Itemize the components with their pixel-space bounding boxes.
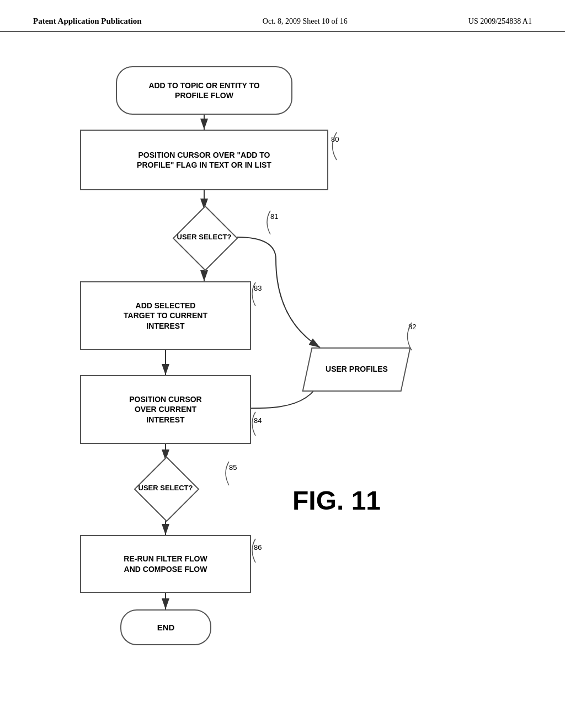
parallelogram-82-text: USER PROFILES	[326, 364, 388, 375]
ref-85: 85	[229, 463, 237, 472]
end-box: END	[120, 609, 211, 645]
end-box-text: END	[157, 622, 175, 633]
page-header: Patent Application Publication Oct. 8, 2…	[0, 0, 565, 32]
parallelogram-82: USER PROFILES	[302, 347, 411, 392]
ref-81: 81	[270, 212, 278, 221]
ref-84: 84	[254, 416, 262, 425]
box-80: POSITION CURSOR OVER "ADD TO PROFILE" FL…	[80, 130, 328, 190]
box-84-text: POSITION CURSOR OVER CURRENT INTEREST	[129, 394, 201, 425]
ref-80: 80	[331, 135, 339, 143]
diamond-81: USER SELECT?	[149, 210, 259, 265]
diamond-85: USER SELECT?	[110, 461, 221, 516]
box-84: POSITION CURSOR OVER CURRENT INTEREST	[80, 375, 251, 444]
patent-number: US 2009/254838 A1	[468, 17, 532, 26]
box-83-text: ADD SELECTED TARGET TO CURRENT INTEREST	[124, 301, 207, 331]
box-83: ADD SELECTED TARGET TO CURRENT INTEREST	[80, 281, 251, 350]
start-box: ADD TO TOPIC OR ENTITY TO PROFILE FLOW	[116, 66, 292, 115]
box-86-text: RE-RUN FILTER FLOW AND COMPOSE FLOW	[124, 554, 207, 574]
ref-82: 82	[408, 323, 416, 331]
diamond-81-text: USER SELECT?	[177, 233, 232, 242]
diamond-85-text: USER SELECT?	[138, 484, 193, 493]
ref-86: 86	[254, 543, 262, 552]
figure-label: FIG. 11	[292, 485, 381, 516]
start-box-text: ADD TO TOPIC OR ENTITY TO PROFILE FLOW	[148, 81, 259, 100]
publication-type: Patent Application Publication	[33, 17, 142, 26]
box-86: RE-RUN FILTER FLOW AND COMPOSE FLOW	[80, 535, 251, 593]
publication-date: Oct. 8, 2009 Sheet 10 of 16	[263, 17, 348, 26]
ref-83: 83	[254, 284, 262, 292]
box-80-text: POSITION CURSOR OVER "ADD TO PROFILE" FL…	[137, 150, 271, 170]
flowchart-diagram: ADD TO TOPIC OR ENTITY TO PROFILE FLOW P…	[0, 50, 565, 728]
